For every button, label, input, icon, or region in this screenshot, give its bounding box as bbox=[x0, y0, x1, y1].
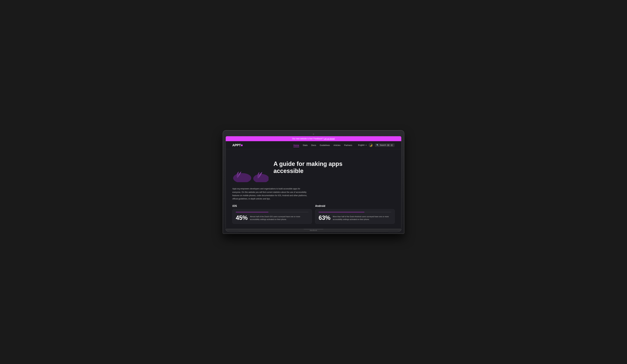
nav-item-guidelines[interactable]: Guidelines bbox=[320, 144, 330, 147]
ios-percent: 45% bbox=[236, 215, 248, 221]
navbar: APPT■ Home Stats Docs Guidelines Article… bbox=[226, 141, 401, 149]
ios-stat-content: 45% Almost half of the Dutch iOS users s… bbox=[236, 215, 308, 221]
description-section: Appt.org empowers developers and organiz… bbox=[226, 187, 401, 205]
stats-section: iOS 45% Almost half of the Dutch iOS use… bbox=[226, 205, 401, 229]
language-selector[interactable]: English ▼ bbox=[358, 144, 367, 146]
nav-link-partners[interactable]: Partners bbox=[344, 144, 352, 146]
hero-illustration bbox=[232, 153, 268, 182]
kbd-command: ⌘ bbox=[387, 144, 390, 146]
laptop-base: MacBook bbox=[226, 229, 401, 231]
nav-link-articles[interactable]: Articles bbox=[333, 144, 341, 146]
svg-point-1 bbox=[253, 174, 268, 182]
nav-item-articles[interactable]: Articles bbox=[333, 144, 341, 147]
laptop-container: Our new website is live! Feedback? Let u… bbox=[223, 131, 404, 233]
laptop-body: Our new website is live! Feedback? Let u… bbox=[223, 131, 404, 233]
screen-content: Our new website is live! Feedback? Let u… bbox=[226, 136, 401, 229]
android-stat-group: Android 63% More than half of the Dutch … bbox=[315, 205, 395, 224]
android-percent: 63% bbox=[319, 215, 330, 221]
chevron-down-icon: ▼ bbox=[365, 144, 367, 146]
android-progress-bar bbox=[319, 212, 391, 212]
svg-point-0 bbox=[233, 173, 251, 182]
android-stat-content: 63% More than half of the Dutch Android … bbox=[319, 215, 391, 221]
description-text: Appt.org empowers developers and organiz… bbox=[232, 187, 308, 201]
kbd-k: K bbox=[391, 144, 393, 146]
theme-toggle-button[interactable]: 🌙 bbox=[368, 143, 373, 147]
announcement-text: Our new website is live! Feedback? bbox=[292, 137, 323, 140]
announcement-bar: Our new website is live! Feedback? Let u… bbox=[226, 136, 401, 141]
search-button[interactable]: 🔍 Search ⌘ K bbox=[375, 143, 395, 147]
moon-icon: 🌙 bbox=[369, 144, 372, 146]
nav-item-docs[interactable]: Docs bbox=[311, 144, 316, 147]
android-progress-fill bbox=[319, 212, 364, 212]
nav-item-partners[interactable]: Partners bbox=[344, 144, 352, 147]
ios-stat-group: iOS 45% Almost half of the Dutch iOS use… bbox=[232, 205, 312, 224]
logo-text: APPT bbox=[232, 143, 241, 147]
hero-title-line1: A guide for making apps bbox=[273, 160, 342, 167]
logo-dot: ■ bbox=[241, 143, 243, 147]
nav-link-stats[interactable]: Stats bbox=[303, 144, 308, 146]
search-label: Search bbox=[380, 144, 386, 146]
camera-notch bbox=[313, 134, 314, 135]
nav-right: English ▼ 🌙 🔍 Search ⌘ K bbox=[358, 143, 395, 147]
screen-bezel: Our new website is live! Feedback? Let u… bbox=[226, 136, 401, 229]
announcement-link[interactable]: Let us know! bbox=[324, 137, 335, 140]
android-platform-title: Android bbox=[315, 205, 395, 208]
android-description: More than half of the Dutch Android user… bbox=[333, 215, 391, 221]
ios-progress-bar bbox=[236, 212, 308, 212]
laptop-foot-left bbox=[229, 231, 239, 232]
logo[interactable]: APPT■ bbox=[232, 143, 243, 147]
macbook-label: MacBook bbox=[310, 229, 317, 231]
ios-progress-fill bbox=[236, 212, 268, 212]
laptop-foot-right bbox=[388, 231, 398, 232]
android-stat-card: 63% More than half of the Dutch Android … bbox=[315, 209, 395, 224]
nav-links: Home Stats Docs Guidelines Articles Part… bbox=[293, 144, 352, 147]
ios-platform-title: iOS bbox=[232, 205, 312, 208]
hero-section: A guide for making apps accessible bbox=[226, 149, 401, 187]
nav-link-home[interactable]: Home bbox=[293, 144, 299, 147]
language-label: English bbox=[358, 144, 365, 146]
nav-link-guidelines[interactable]: Guidelines bbox=[320, 144, 330, 146]
hero-title-line2: accessible bbox=[273, 168, 304, 174]
hero-title: A guide for making apps accessible bbox=[273, 160, 395, 175]
hero-text: A guide for making apps accessible bbox=[273, 160, 395, 175]
nav-link-docs[interactable]: Docs bbox=[311, 144, 316, 146]
ios-description: Almost half of the Dutch iOS users surve… bbox=[250, 215, 308, 221]
nav-item-home[interactable]: Home bbox=[293, 144, 299, 147]
hero-svg bbox=[232, 153, 268, 182]
nav-item-stats[interactable]: Stats bbox=[303, 144, 308, 147]
ios-stat-card: 45% Almost half of the Dutch iOS users s… bbox=[232, 209, 312, 224]
search-icon: 🔍 bbox=[376, 144, 379, 146]
